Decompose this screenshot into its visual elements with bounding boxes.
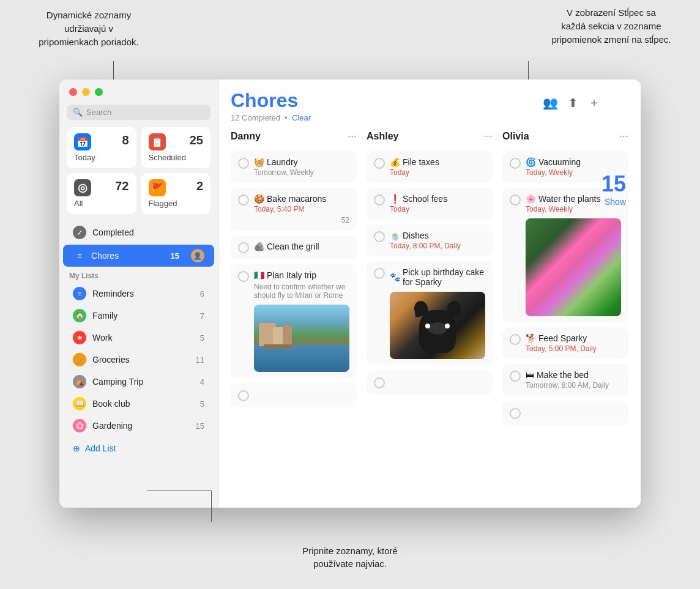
minimize-button[interactable] bbox=[82, 88, 90, 96]
count-area: 15 Show bbox=[601, 171, 626, 207]
reminder-check-feedsparky[interactable] bbox=[510, 334, 521, 345]
all-label: All bbox=[74, 199, 129, 208]
schoolfees-title: School fees bbox=[403, 194, 447, 204]
work-count: 5 bbox=[200, 333, 204, 343]
camping-icon: ⛺ bbox=[73, 375, 86, 388]
chores-list-icon: ≡ bbox=[73, 249, 86, 262]
reminder-check-filetaxes[interactable] bbox=[374, 158, 385, 169]
flagged-icon: 🚩 bbox=[149, 179, 166, 196]
sidebar-item-completed[interactable]: ✓ Completed bbox=[63, 221, 214, 243]
reminder-check-plants[interactable] bbox=[510, 194, 521, 206]
reminder-card-plants[interactable]: 🌸 Water the plants Today, Weekly bbox=[502, 188, 628, 322]
ashley-more-icon[interactable]: ··· bbox=[483, 130, 493, 143]
danny-title: Danny bbox=[231, 131, 261, 142]
window-controls bbox=[59, 80, 218, 102]
reminder-check-birthday[interactable] bbox=[374, 268, 385, 279]
family-name: Family bbox=[92, 311, 200, 320]
sidebar-item-bookclub[interactable]: 📖 Book club 5 bbox=[63, 393, 214, 415]
reminder-card-birthday[interactable]: 🐾 Pick up birthday cake for Sparky bbox=[367, 261, 493, 365]
reminder-card-schoolfees[interactable]: ❗ School fees Today bbox=[367, 188, 493, 220]
maximize-button[interactable] bbox=[95, 88, 103, 96]
reminder-card-macarons[interactable]: 🍪 Bake macarons Today, 5:40 PM 52 bbox=[231, 188, 357, 231]
vacuuming-emoji: 🌀 bbox=[526, 157, 536, 167]
annotation-line-bottom-v bbox=[211, 491, 212, 522]
completed-label: Completed bbox=[92, 228, 204, 237]
italy-note: Need to confirm whether we should fly to… bbox=[254, 283, 349, 300]
olivia-column-header: Olivia ··· bbox=[502, 127, 628, 145]
sidebar-item-groceries[interactable]: 🛒 Groceries 11 bbox=[63, 349, 214, 371]
reminder-card-feedsparky[interactable]: 🐕 Feed Sparky Today, 5:00 PM, Daily bbox=[502, 327, 628, 359]
camping-name: Camping Trip bbox=[92, 377, 200, 387]
page-wrapper: Dynamické zoznamyudržiavajú vpripomienka… bbox=[0, 0, 700, 589]
chores-count: 15 bbox=[166, 251, 184, 261]
show-link[interactable]: Show bbox=[601, 197, 626, 207]
sidebar-item-today[interactable]: 📅 8 Today bbox=[67, 127, 136, 168]
sidebar-item-family[interactable]: 🏠 Family 7 bbox=[63, 305, 214, 327]
reminder-check-schoolfees[interactable] bbox=[374, 194, 385, 206]
groceries-count: 11 bbox=[196, 355, 204, 365]
macarons-badge: 52 bbox=[254, 216, 349, 224]
grill-emoji: 🪨 bbox=[254, 242, 264, 251]
groceries-icon: 🛒 bbox=[73, 353, 86, 366]
scheduled-label: Scheduled bbox=[149, 153, 204, 162]
sidebar-item-all[interactable]: ◎ 72 All bbox=[67, 173, 136, 214]
reminders-name: Reminders bbox=[92, 289, 200, 298]
makebed-emoji: 🛏 bbox=[526, 370, 534, 380]
add-icon[interactable]: ＋ bbox=[588, 94, 600, 111]
reminder-card-italy[interactable]: 🇮🇹 Plan Italy trip Need to confirm wheth… bbox=[231, 264, 357, 378]
danny-empty-input[interactable] bbox=[231, 383, 357, 407]
reminder-card-makebed[interactable]: 🛏 Make the bed Tomorrow, 8:00 AM, Daily bbox=[502, 364, 628, 396]
bookclub-count: 5 bbox=[200, 399, 204, 409]
sidebar-item-reminders[interactable]: ≡ Reminders 6 bbox=[63, 283, 214, 305]
ashley-empty-input[interactable] bbox=[367, 370, 493, 395]
groceries-name: Groceries bbox=[92, 355, 196, 365]
reminder-card-laundry[interactable]: 🧺 Laundry Tomorrow, Weekly bbox=[231, 151, 357, 183]
sidebar-item-gardening[interactable]: 🌸 Gardening 15 bbox=[63, 415, 214, 437]
plants-emoji: 🌸 bbox=[526, 194, 536, 204]
family-count: 7 bbox=[200, 311, 204, 320]
plants-title: Water the plants bbox=[538, 194, 600, 204]
search-bar[interactable]: 🔍 Search bbox=[67, 105, 210, 120]
sidebar-item-flagged[interactable]: 🚩 2 Flagged bbox=[141, 173, 211, 214]
laundry-emoji: 🧺 bbox=[254, 157, 264, 167]
olivia-title: Olivia bbox=[502, 131, 529, 142]
filetaxes-subtitle: Today bbox=[390, 168, 485, 177]
collab-icon[interactable]: 👥 bbox=[543, 95, 558, 110]
smart-lists: 📅 8 Today 📋 25 Scheduled bbox=[59, 127, 218, 221]
clear-button[interactable]: Clear bbox=[292, 113, 311, 122]
column-ashley: Ashley ··· 💰 File taxes bbox=[362, 127, 497, 508]
close-button[interactable] bbox=[69, 88, 77, 96]
share-icon[interactable]: ⬆ bbox=[568, 95, 578, 110]
ashley-column-header: Ashley ··· bbox=[367, 127, 493, 145]
sidebar-item-scheduled[interactable]: 📋 25 Scheduled bbox=[141, 127, 211, 168]
reminder-check-grill[interactable] bbox=[238, 242, 249, 253]
annotation-top-left: Dynamické zoznamyudržiavajú vpripomienka… bbox=[12, 9, 165, 48]
danny-more-icon[interactable]: ··· bbox=[348, 130, 357, 143]
flagged-label: Flagged bbox=[149, 199, 204, 208]
olivia-more-icon[interactable]: ··· bbox=[619, 130, 628, 143]
reminder-check-italy[interactable] bbox=[238, 271, 249, 282]
add-list-button[interactable]: ⊕ Add List bbox=[63, 439, 214, 457]
reminder-check-macarons[interactable] bbox=[238, 194, 249, 206]
filetaxes-title: File taxes bbox=[403, 157, 439, 167]
sidebar-item-chores[interactable]: ≡ Chores 15 👤 bbox=[63, 245, 214, 267]
reminder-check-dishes[interactable] bbox=[374, 231, 385, 242]
olivia-empty-input[interactable] bbox=[502, 401, 628, 425]
danny-empty-circle bbox=[238, 390, 249, 401]
reminder-check-makebed[interactable] bbox=[510, 371, 521, 382]
scheduled-count: 25 bbox=[190, 133, 203, 147]
sidebar-item-camping[interactable]: ⛺ Camping Trip 4 bbox=[63, 371, 214, 393]
completed-icon: ✓ bbox=[73, 226, 86, 239]
reminder-card-grill[interactable]: 🪨 Clean the grill bbox=[231, 235, 357, 259]
birthday-emoji: 🐾 bbox=[390, 272, 400, 282]
birthday-title: Pick up birthday cake for Sparky bbox=[403, 267, 485, 287]
all-icon: ◎ bbox=[74, 179, 91, 196]
reminder-check-laundry[interactable] bbox=[238, 158, 249, 169]
macarons-subtitle: Today, 5:40 PM bbox=[254, 205, 349, 213]
sidebar-item-work[interactable]: ★ Work 5 bbox=[63, 327, 214, 349]
search-placeholder: Search bbox=[86, 108, 111, 117]
reminder-check-vacuuming[interactable] bbox=[510, 158, 521, 169]
annotation-top-right: V zobrazení Stĺpec sakaždá sekcia v zozn… bbox=[529, 6, 694, 46]
reminder-card-filetaxes[interactable]: 💰 File taxes Today bbox=[367, 151, 493, 183]
reminder-card-dishes[interactable]: 🍵 Dishes Today, 8:00 PM, Daily bbox=[367, 224, 493, 256]
